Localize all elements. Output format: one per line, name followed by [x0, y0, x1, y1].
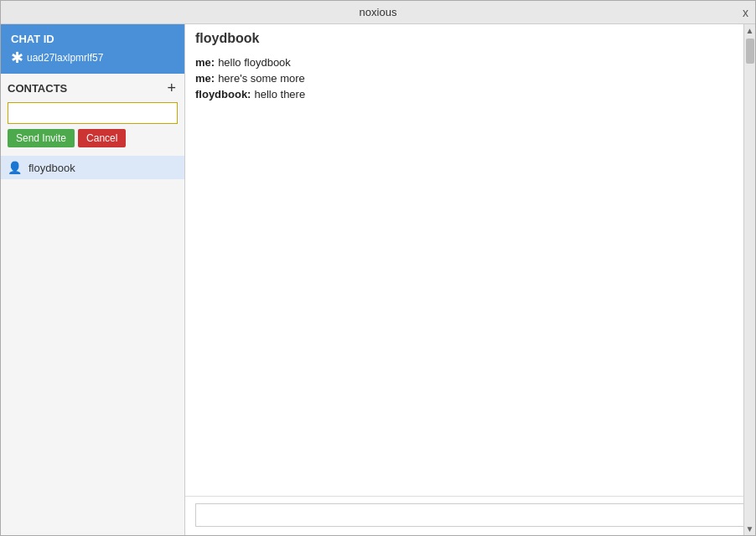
left-panel: CHAT ID ✱ uad27laxlpmrlf57 CONTACTS + Se…	[1, 24, 185, 535]
invite-buttons: Send Invite Cancel	[8, 129, 178, 147]
contact-name: floydbook	[28, 162, 75, 174]
chat-id-label: CHAT ID	[11, 33, 174, 45]
message-text-0: hello floydbook	[218, 56, 291, 69]
contacts-section: CONTACTS + Send Invite Cancel	[1, 74, 184, 156]
contact-item-floydbook[interactable]: 👤 floydbook	[1, 156, 184, 179]
chat-id-prefix: ✱	[11, 50, 23, 65]
message-sender-2: floydbook:	[195, 88, 251, 100]
message-line-2: floydbook: hello there	[195, 88, 745, 100]
message-text-1: here's some more	[218, 72, 305, 85]
window-title: noxious	[360, 6, 397, 18]
message-line-0: me: hello floydbook	[195, 56, 745, 69]
scroll-thumb[interactable]	[746, 39, 754, 64]
message-sender-1: me:	[195, 72, 215, 85]
chat-title: floydbook	[185, 24, 755, 53]
main-area: CHAT ID ✱ uad27laxlpmrlf57 CONTACTS + Se…	[1, 24, 755, 535]
app-window: noxious x CHAT ID ✱ uad27laxlpmrlf57 CON…	[0, 0, 756, 536]
scroll-up-arrow[interactable]: ▲	[746, 24, 754, 37]
chat-id-value: ✱ uad27laxlpmrlf57	[11, 50, 174, 65]
chat-input-area	[185, 496, 755, 535]
message-text-2: hello there	[254, 88, 305, 100]
message-line-1: me: here's some more	[195, 72, 745, 85]
contact-person-icon: 👤	[8, 161, 22, 174]
chat-messages: me: hello floydbook me: here's some more…	[185, 53, 755, 496]
send-invite-button[interactable]: Send Invite	[8, 129, 75, 147]
close-button[interactable]: x	[743, 7, 748, 18]
add-contact-button[interactable]: +	[165, 80, 178, 95]
message-sender-0: me:	[195, 56, 215, 69]
cancel-button[interactable]: Cancel	[78, 129, 126, 147]
chat-id-section: CHAT ID ✱ uad27laxlpmrlf57	[1, 24, 184, 74]
scroll-down-arrow[interactable]: ▼	[746, 523, 754, 535]
invite-input[interactable]	[8, 102, 178, 124]
right-panel: floydbook me: hello floydbook me: here's…	[185, 24, 755, 535]
scrollbar[interactable]: ▲ ▼	[743, 24, 755, 535]
contacts-label: CONTACTS	[8, 82, 67, 95]
title-bar: noxious x	[1, 1, 755, 24]
chat-id-text: uad27laxlpmrlf57	[27, 52, 103, 64]
chat-input[interactable]	[195, 503, 745, 527]
contacts-header: CONTACTS +	[8, 80, 178, 95]
